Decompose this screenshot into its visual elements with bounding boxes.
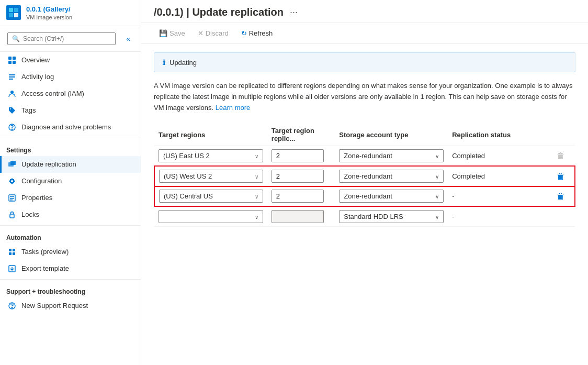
chevron-down-icon-storage-central-us (435, 192, 439, 200)
svg-point-17 (11, 180, 13, 182)
sidebar-item-support[interactable]: New Support Request (0, 297, 141, 314)
sidebar-item-activity-log[interactable]: Activity log (0, 69, 141, 85)
svg-rect-22 (10, 214, 14, 218)
chevron-down-icon-empty (255, 213, 258, 220)
replicas-input-empty[interactable] (272, 210, 324, 223)
table-row-east-us2: (US) East US 2 Zone-redundant (154, 146, 575, 167)
refresh-label: Refresh (249, 29, 273, 37)
discard-button[interactable]: ✕ Discard (193, 27, 234, 39)
replicas-input-west-us2[interactable] (272, 170, 324, 183)
svg-point-29 (12, 307, 13, 308)
search-input[interactable] (23, 35, 111, 42)
status-central-us: - (452, 192, 454, 200)
col-header-target-regions: Target regions (154, 124, 267, 146)
sidebar-item-overview[interactable]: Overview (0, 52, 141, 69)
content-area: ℹ Updating A VM image version can be rep… (141, 44, 588, 365)
refresh-icon: ↻ (241, 29, 247, 37)
svg-rect-1 (14, 8, 18, 12)
sidebar-item-tasks-label: Tasks (preview) (21, 248, 69, 256)
region-select-east-us2[interactable]: (US) East US 2 (159, 149, 263, 162)
sidebar-item-iam[interactable]: Access control (IAM) (0, 85, 141, 102)
chevron-down-icon-storage-west-us2 (435, 172, 439, 180)
sidebar-nav: Overview Activity log Access control (IA… (0, 52, 141, 314)
diagnose-icon (8, 123, 16, 131)
info-icon: ℹ (163, 58, 165, 67)
svg-rect-20 (10, 198, 14, 199)
sidebar-item-configuration[interactable]: Configuration (0, 173, 141, 190)
svg-point-14 (12, 129, 13, 130)
svg-rect-21 (10, 200, 13, 201)
svg-rect-5 (13, 57, 16, 60)
region-select-west-us2[interactable]: (US) West US 2 (159, 170, 263, 183)
iam-icon (8, 90, 16, 98)
save-label: Save (169, 29, 185, 37)
svg-rect-10 (9, 79, 13, 80)
svg-rect-16 (10, 161, 16, 165)
chevron-down-icon-storage-east-us2 (435, 152, 439, 160)
delete-button-central-us[interactable]: 🗑 (553, 191, 568, 202)
storage-value-east-us2: Zone-redundant (344, 152, 392, 160)
col-header-action (549, 124, 575, 146)
svg-rect-6 (8, 61, 12, 64)
col-header-storage: Storage account type (335, 124, 448, 146)
svg-rect-3 (14, 13, 18, 17)
storage-value-west-us2: Zone-redundant (344, 172, 392, 180)
discard-label: Discard (206, 29, 229, 37)
sidebar-item-locks[interactable]: Locks (0, 206, 141, 223)
svg-rect-4 (8, 57, 12, 60)
export-icon (8, 264, 16, 273)
save-button[interactable]: 💾 Save (154, 27, 190, 39)
sidebar-item-export[interactable]: Export template (0, 260, 141, 277)
sidebar-item-diagnose[interactable]: Diagnose and solve problems (0, 119, 141, 136)
sidebar-item-tags[interactable]: Tags (0, 102, 141, 119)
chevron-down-icon-storage-empty (435, 213, 439, 220)
chevron-down-icon-west-us2 (255, 172, 258, 180)
storage-select-west-us2[interactable]: Zone-redundant (339, 170, 444, 183)
table-row-west-us2: (US) West US 2 Zone-redundant (154, 166, 575, 186)
sidebar-title-block: 0.0.1 (Gallery/ VM image version (26, 5, 72, 20)
sidebar-item-properties[interactable]: Properties (0, 190, 141, 206)
refresh-button[interactable]: ↻ Refresh (236, 27, 278, 39)
page-title: /0.0.1) | Update replication (154, 6, 284, 18)
learn-more-link[interactable]: Learn more (216, 104, 250, 112)
storage-select-empty[interactable]: Standard HDD LRS (339, 210, 444, 223)
replicas-input-central-us[interactable] (272, 190, 324, 203)
properties-icon (8, 194, 16, 202)
region-select-central-us[interactable]: (US) Central US (159, 190, 263, 203)
header-dots: ··· (290, 7, 298, 18)
sidebar-item-tasks[interactable]: Tasks (preview) (0, 244, 141, 260)
save-icon: 💾 (159, 29, 167, 37)
region-select-empty[interactable] (159, 210, 263, 223)
delete-button-east-us2: 🗑 (553, 150, 568, 162)
sidebar-item-update-replication[interactable]: Update replication (0, 156, 141, 173)
sidebar-item-diagnose-label: Diagnose and solve problems (21, 123, 111, 131)
storage-select-central-us[interactable]: Zone-redundant (339, 190, 444, 203)
svg-rect-23 (9, 249, 12, 251)
sidebar-item-properties-label: Properties (21, 194, 52, 202)
status-empty: - (452, 213, 454, 220)
delete-button-west-us2[interactable]: 🗑 (553, 171, 568, 182)
storage-value-central-us: Zone-redundant (344, 192, 392, 200)
svg-rect-26 (13, 252, 15, 255)
divider-support (0, 279, 141, 280)
tasks-icon (8, 248, 16, 256)
description-text: A VM image version can be replicated to … (154, 81, 575, 113)
svg-rect-9 (9, 76, 15, 78)
main-content: /0.0.1) | Update replication ··· 💾 Save … (141, 0, 588, 365)
replication-table: Target regions Target region replic... S… (154, 124, 575, 227)
activity-icon (8, 73, 16, 81)
replicas-input-east-us2[interactable] (272, 149, 324, 162)
svg-rect-2 (9, 13, 13, 17)
sidebar-item-tags-label: Tags (21, 106, 36, 114)
region-value-east-us2: (US) East US 2 (163, 152, 210, 160)
info-banner: ℹ Updating (154, 52, 575, 72)
storage-select-east-us2[interactable]: Zone-redundant (339, 149, 444, 162)
collapse-sidebar-button[interactable]: « (121, 32, 135, 45)
tags-icon (8, 106, 16, 115)
col-header-status: Replication status (448, 124, 549, 146)
sidebar-header: 0.0.1 (Gallery/ VM image version (0, 0, 141, 26)
overview-icon (8, 56, 16, 64)
sidebar-search-box[interactable]: 🔍 (7, 32, 116, 45)
sidebar-subtitle: VM image version (26, 14, 72, 20)
sidebar-item-configuration-label: Configuration (21, 177, 62, 185)
